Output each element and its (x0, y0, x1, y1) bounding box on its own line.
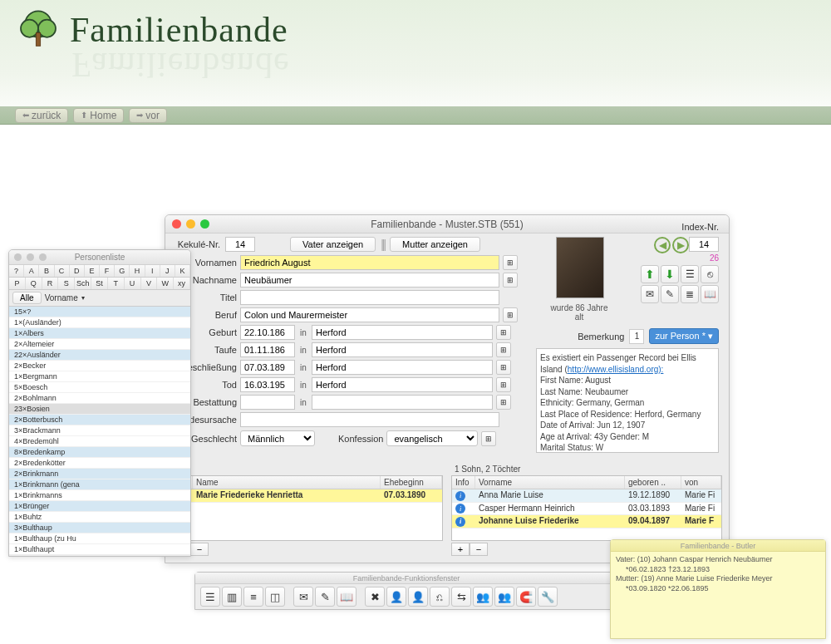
alpha-button[interactable]: A (24, 265, 39, 277)
alpha-button[interactable]: Sch (75, 278, 91, 289)
delete-icon[interactable]: ✖ (365, 587, 385, 607)
col-ehe[interactable]: Ehebeginn (381, 476, 442, 489)
zoom-icon[interactable] (39, 253, 47, 261)
nav-forward[interactable]: ➡vor (129, 108, 167, 123)
alpha-button[interactable]: P (9, 278, 26, 289)
nav-back[interactable]: ⬅zurück (15, 108, 68, 123)
remove-partner-button[interactable]: − (190, 543, 209, 556)
field-action-icon[interactable]: ⊞ (496, 377, 511, 392)
col-vorname[interactable]: Vorname (475, 476, 625, 489)
list-item[interactable]: 23×Bosien (9, 404, 190, 415)
titel-field[interactable] (240, 290, 499, 305)
list-item[interactable]: 2×Botterbusch (9, 415, 190, 425)
info-icon[interactable]: i (455, 504, 465, 514)
magnet-icon[interactable]: 🧲 (516, 587, 536, 607)
person-list[interactable]: 15×?1×(Ausländer)1×Albers2×Altemeier22×A… (9, 307, 190, 554)
list-item[interactable]: 1×Bulthaup (zu Hu (9, 533, 190, 544)
vornamen-field[interactable] (240, 255, 499, 270)
table-row[interactable]: i Marie Friederieke Henrietta 07.03.1890 (173, 489, 442, 503)
geburt-place[interactable] (312, 325, 493, 340)
alpha-button[interactable]: K (175, 265, 190, 277)
list-item[interactable]: 15×? (9, 307, 190, 317)
col-info[interactable]: Info (452, 476, 475, 489)
alpha-button[interactable]: D (70, 265, 85, 277)
list-item[interactable]: 2×Brinkmann (9, 469, 190, 479)
alpha-button[interactable]: Q (26, 278, 42, 289)
person-icon[interactable]: 👤 (386, 587, 406, 607)
col-von[interactable]: von (681, 476, 721, 489)
list-item[interactable]: 2×Becker (9, 361, 190, 371)
tod-date[interactable] (240, 377, 295, 392)
table-row[interactable]: i Johanne Luise Friederike 09.04.1897 Ma… (452, 515, 721, 528)
kekule-field[interactable] (225, 237, 255, 252)
tool-icon[interactable]: 🔧 (538, 587, 558, 607)
alpha-button[interactable]: xy (174, 278, 190, 289)
ehe-place[interactable] (312, 360, 493, 375)
barcode-icon[interactable]: ▥ (222, 587, 242, 607)
alpha-button[interactable]: ? (9, 265, 24, 277)
add-child-button[interactable]: + (451, 543, 470, 556)
beruf-field[interactable] (240, 307, 499, 322)
info-icon[interactable]: i (455, 491, 465, 501)
alpha-button[interactable]: J (160, 265, 175, 277)
tool-icon[interactable]: ⎌ (430, 587, 450, 607)
field-action-icon[interactable]: ⊞ (503, 307, 518, 322)
list-item[interactable]: 8×Bredenkamp (9, 447, 190, 458)
list-item[interactable]: 5×Boesch (9, 382, 190, 393)
info-icon[interactable]: i (455, 517, 465, 527)
list-item[interactable]: 2×Bredenkötter (9, 458, 190, 469)
ehe-date[interactable] (240, 360, 295, 375)
zoom-icon[interactable] (200, 219, 209, 229)
list-item[interactable]: 1×Brinkmanns (9, 490, 190, 501)
list-item[interactable]: 1×Brinkmann (gena (9, 479, 190, 490)
alpha-button[interactable]: B (39, 265, 54, 277)
table-row[interactable]: i Anna Marie Luise 19.12.1890 Marie Fi (452, 489, 721, 503)
list-item[interactable]: 4×Bredemühl (9, 436, 190, 447)
field-action-icon[interactable]: ⊞ (496, 342, 511, 357)
alpha-button[interactable]: V (141, 278, 158, 289)
minimize-icon[interactable] (186, 219, 195, 229)
alpha-button[interactable]: T (108, 278, 125, 289)
dropdown-icon[interactable]: ▾ (81, 294, 85, 302)
list-item[interactable]: 1×Bergmann (9, 371, 190, 382)
field-action-icon[interactable]: ⊞ (496, 325, 511, 340)
taufe-place[interactable] (312, 342, 493, 357)
alpha-button[interactable]: F (100, 265, 115, 277)
alpha-button[interactable]: St (91, 278, 108, 289)
minimize-icon[interactable] (27, 253, 34, 261)
nav-home[interactable]: ⬆Home (73, 108, 124, 123)
list-item[interactable]: 22×Ausländer (9, 350, 190, 361)
remove-child-button[interactable]: − (470, 543, 488, 556)
list-item[interactable]: 1×(Ausländer) (9, 317, 190, 328)
filter-alle-button[interactable]: Alle (12, 292, 42, 304)
close-icon[interactable] (14, 253, 22, 261)
table-row[interactable]: i Casper Hermann Heinrich 03.03.1893 Mar… (452, 503, 721, 516)
list-item[interactable]: 3×Brackmann (9, 425, 190, 436)
partner-table[interactable]: fo Name Ehebeginn i Marie Friederieke He… (172, 475, 443, 541)
geburt-date[interactable] (240, 325, 295, 340)
book-icon[interactable]: 📖 (337, 587, 356, 607)
nachname-field[interactable] (240, 273, 499, 288)
alpha-button[interactable]: U (125, 278, 141, 289)
list-item[interactable]: 1×Brünger (9, 501, 190, 512)
tool-icon[interactable]: ◫ (265, 587, 285, 607)
alpha-button[interactable]: G (115, 265, 130, 277)
list-item[interactable]: 1×Bulthaupt (9, 544, 190, 554)
close-icon[interactable] (172, 219, 181, 229)
next-record-button[interactable]: ▶ (672, 237, 689, 253)
couple-icon[interactable]: 👥 (473, 587, 493, 607)
index-field[interactable] (689, 237, 719, 252)
list-item[interactable]: 2×Altemeier (9, 339, 190, 350)
alpha-button[interactable]: C (55, 265, 70, 277)
prev-record-button[interactable]: ◀ (654, 237, 671, 253)
list-item[interactable]: 3×Bulthaup (9, 523, 190, 533)
list-item[interactable]: 1×Albers (9, 328, 190, 339)
bestattung-date[interactable] (240, 395, 295, 410)
field-action-icon[interactable]: ⊞ (496, 360, 511, 375)
show-father-button[interactable]: Vater anzeigen (290, 237, 376, 252)
geschlecht-select[interactable]: Männlich (240, 430, 315, 446)
alpha-button[interactable]: E (85, 265, 100, 277)
taufe-date[interactable] (240, 342, 295, 357)
field-action-icon[interactable]: ⊞ (496, 395, 511, 410)
field-action-icon[interactable]: ⊞ (503, 255, 518, 270)
